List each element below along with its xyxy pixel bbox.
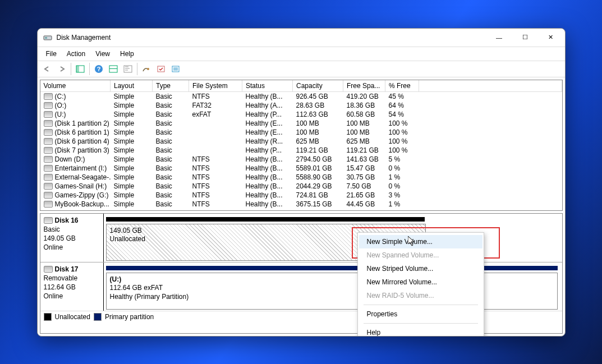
close-button[interactable]: ✕ <box>538 29 564 46</box>
action-button[interactable] <box>140 62 153 76</box>
table-row[interactable]: (Disk 6 partition 4)SimpleBasicHealthy (… <box>40 137 562 146</box>
primary-stripe <box>106 266 558 270</box>
cell: 1 % <box>385 173 419 182</box>
cell: Basic <box>153 146 189 155</box>
cell: Basic <box>153 173 189 182</box>
volume-icon <box>44 201 53 208</box>
ctx-properties[interactable]: Properties <box>359 307 482 321</box>
cell: Entertainment (I:) <box>40 164 111 173</box>
disk-header: Disk 16 Basic 149.05 GB Online <box>40 214 104 262</box>
cell: Healthy (B... <box>242 173 293 182</box>
cell: 5589.01 GB <box>293 164 343 173</box>
cell: 15.47 GB <box>343 164 385 173</box>
cell: 5 % <box>385 155 419 164</box>
column-header[interactable]: File System <box>189 80 242 92</box>
volume-list[interactable]: VolumeLayoutTypeFile SystemStatusCapacit… <box>40 80 562 210</box>
cell: NTFS <box>189 200 242 209</box>
table-row[interactable]: Down (D:)SimpleBasicNTFSHealthy (B...279… <box>40 155 562 164</box>
table-row[interactable]: (Disk 6 partition 1)SimpleBasicHealthy (… <box>40 128 562 137</box>
table-row[interactable]: (Disk 1 partition 2)SimpleBasicHealthy (… <box>40 119 562 128</box>
legend-label-primary: Primary partition <box>105 313 154 321</box>
menu-file[interactable]: File <box>41 49 62 59</box>
cell: Simple <box>111 110 153 119</box>
volume-list-pane: VolumeLayoutTypeFile SystemStatusCapacit… <box>40 80 563 211</box>
cell: 44.45 GB <box>343 200 385 209</box>
table-row[interactable]: Games-Snail (H:)SimpleBasicNTFSHealthy (… <box>40 182 562 191</box>
maximize-button[interactable]: ☐ <box>512 29 538 46</box>
cell: Simple <box>111 173 153 182</box>
cell: 1 % <box>385 200 419 209</box>
cell: Basic <box>153 182 189 191</box>
disk-name: Disk 16 <box>55 216 79 225</box>
table-row[interactable]: Entertainment (I:)SimpleBasicNTFSHealthy… <box>40 164 562 173</box>
legend-label-unallocated: Unallocated <box>55 313 90 321</box>
settings-button[interactable] <box>121 62 135 76</box>
unallocated-stripe <box>106 217 425 222</box>
table-row[interactable]: MyBook-Backup...SimpleBasicNTFSHealthy (… <box>40 200 562 209</box>
cell: Healthy (A... <box>242 101 293 110</box>
check-button[interactable] <box>154 62 168 76</box>
partition-status: Healthy (Primary Partition) <box>110 293 554 302</box>
cell: 119.21 GB <box>293 146 343 155</box>
cell: Simple <box>111 182 153 191</box>
cell: 100 % <box>385 128 419 137</box>
menu-view[interactable]: View <box>90 49 115 59</box>
menu-help[interactable]: Help <box>115 49 139 59</box>
table-row[interactable]: Games-Zippy (G:)SimpleBasicNTFSHealthy (… <box>40 191 562 200</box>
minimize-button[interactable]: — <box>486 29 512 46</box>
cell <box>189 128 242 137</box>
back-button[interactable] <box>40 62 54 76</box>
cell: 18.36 GB <box>343 101 385 110</box>
cell: (Disk 7 partition 3) <box>40 146 111 155</box>
cell: 28.63 GB <box>293 101 343 110</box>
svg-rect-1 <box>45 37 47 39</box>
table-row[interactable]: (O:)SimpleBasicFAT32Healthy (A...28.63 G… <box>40 101 562 110</box>
ctx-new-mirrored-volume[interactable]: New Mirrored Volume... <box>359 275 482 289</box>
volume-icon <box>44 120 53 127</box>
partition-sub: 112.64 GB exFAT <box>110 284 554 293</box>
column-header[interactable]: % Free <box>385 80 419 92</box>
ctx-new-spanned-volume: New Spanned Volume... <box>359 248 482 262</box>
refresh-button[interactable] <box>107 62 120 76</box>
column-header[interactable]: Capacity <box>293 80 343 92</box>
cell: 2044.29 GB <box>293 182 343 191</box>
cell: Healthy (P... <box>242 146 293 155</box>
column-header[interactable]: Type <box>153 80 189 92</box>
cell: 141.63 GB <box>343 155 385 164</box>
ctx-new-striped-volume[interactable]: New Striped Volume... <box>359 262 482 275</box>
cell: NTFS <box>189 173 242 182</box>
column-header[interactable]: Free Spa... <box>343 80 385 92</box>
partition-primary[interactable]: (U:) 112.64 GB exFAT Healthy (Primary Pa… <box>106 273 558 310</box>
ctx-new-simple-volume[interactable]: New Simple Volume... <box>359 235 482 248</box>
cell: Simple <box>111 164 153 173</box>
ctx-help[interactable]: Help <box>359 326 482 337</box>
cell: 54 % <box>385 110 419 119</box>
cell: Healthy (E... <box>242 128 293 137</box>
volume-icon <box>44 111 53 118</box>
cell: 100 MB <box>343 119 385 128</box>
cell: 100 MB <box>343 128 385 137</box>
list-button[interactable] <box>169 62 182 76</box>
ctx-separator <box>364 305 478 305</box>
disk-state: Online <box>44 292 100 301</box>
column-header[interactable]: Status <box>242 80 293 92</box>
table-row[interactable]: (U:)SimpleBasicexFATHealthy (P...112.63 … <box>40 110 562 119</box>
cell: 7.50 GB <box>343 182 385 191</box>
cell: Healthy (B... <box>242 155 293 164</box>
titlebar[interactable]: Disk Management — ☐ ✕ <box>38 29 565 47</box>
column-header[interactable]: Volume <box>40 80 111 92</box>
menu-action[interactable]: Action <box>62 49 90 59</box>
disk-icon <box>44 217 53 224</box>
cell: (U:) <box>40 110 111 119</box>
cell: 0 % <box>385 164 419 173</box>
show-hide-button[interactable] <box>73 62 87 76</box>
table-row[interactable]: (C:)SimpleBasicNTFSHealthy (B...926.45 G… <box>40 91 562 101</box>
cell: 64 % <box>385 101 419 110</box>
cell: NTFS <box>189 182 242 191</box>
table-row[interactable]: (Disk 7 partition 3)SimpleBasicHealthy (… <box>40 146 562 155</box>
forward-button[interactable] <box>55 62 68 76</box>
help-button[interactable]: ? <box>92 62 105 76</box>
table-row[interactable]: External-Seagate-...SimpleBasicNTFSHealt… <box>40 173 562 182</box>
column-header[interactable]: Layout <box>111 80 153 92</box>
svg-text:?: ? <box>96 66 100 72</box>
